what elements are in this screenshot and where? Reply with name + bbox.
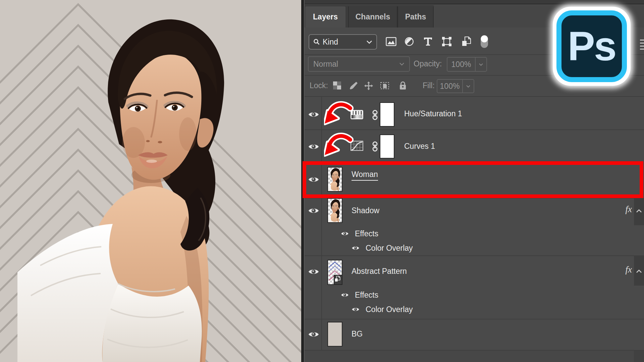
fx-badge[interactable]: fx (626, 264, 632, 275)
tab-channels-label: Channels (356, 12, 390, 21)
opacity-value: 100% (447, 60, 475, 69)
fx-collapse-chevron-icon[interactable] (636, 208, 642, 214)
layer-name[interactable]: Abstract Pattern (352, 267, 407, 276)
mask-link-icon[interactable] (372, 110, 378, 120)
effects-label[interactable]: Effects (355, 291, 378, 300)
lock-pixels-brush-icon[interactable] (349, 81, 358, 90)
effects-eye-icon[interactable] (341, 231, 349, 236)
tab-paths-label: Paths (405, 12, 426, 21)
tab-layers[interactable]: Layers (305, 6, 345, 27)
panel-menu-icon[interactable] (640, 40, 644, 52)
lock-artboard-icon[interactable] (380, 81, 389, 90)
photoshop-logo-inner: Ps (556, 10, 627, 82)
lock-label: Lock: (310, 81, 328, 90)
layer-thumbnail-shadow[interactable] (327, 198, 342, 223)
mask-link-icon[interactable] (372, 141, 378, 152)
smart-object-filter-icon[interactable] (461, 36, 472, 48)
panel-top-strip (305, 0, 644, 4)
fill-value: 100% (437, 82, 462, 91)
tab-layers-label: Layers (313, 12, 338, 21)
layer-row-abstract-pattern[interactable]: Abstract Pattern fx Effects Color Overla… (305, 256, 644, 319)
panel-bottom-area (305, 351, 644, 362)
chevron-down-icon (399, 62, 405, 66)
type-layer-filter-icon[interactable] (422, 36, 434, 48)
layer-name[interactable]: Curves 1 (404, 142, 435, 151)
opacity-label: Opacity: (414, 59, 442, 68)
visibility-eye-icon[interactable] (308, 111, 319, 118)
fx-collapse-chevron-icon[interactable] (636, 268, 642, 275)
adjustment-layer-filter-icon[interactable] (404, 36, 415, 48)
layer-name[interactable]: BG (352, 329, 363, 339)
woman-portrait-image (0, 0, 301, 362)
visibility-eye-icon[interactable] (308, 207, 319, 215)
effect-color-overlay-label[interactable]: Color Overlay (366, 305, 413, 314)
layer-mask-thumbnail[interactable] (380, 134, 394, 159)
layer-thumbnail-abstract-pattern[interactable] (327, 260, 342, 285)
effect-color-overlay-label[interactable]: Color Overlay (366, 244, 413, 253)
chevron-down-icon (366, 40, 372, 44)
lock-all-padlock-icon[interactable] (398, 81, 408, 90)
layer-row-bg[interactable]: BG (305, 319, 644, 350)
photoshop-logo: Ps (553, 7, 631, 86)
screenshot-root: Layers Channels Paths Kind (0, 0, 644, 362)
blend-mode-select[interactable]: Normal (308, 56, 410, 72)
effects-eye-icon[interactable] (341, 292, 349, 298)
smart-object-badge-icon (334, 275, 342, 285)
lock-position-icon[interactable] (364, 81, 373, 90)
canvas-photo (0, 0, 301, 362)
layer-name[interactable]: Shadow (352, 206, 379, 215)
red-annotation-arrow (324, 101, 354, 126)
panel-scroll-edge (634, 351, 644, 362)
filter-kind-dropdown[interactable]: Kind (309, 34, 377, 50)
effect-eye-icon[interactable] (352, 245, 360, 251)
opacity-input[interactable]: 100% (447, 57, 487, 72)
tab-paths[interactable]: Paths (397, 6, 434, 27)
chevron-down-icon (466, 85, 471, 88)
layer-row-curves[interactable]: Curves 1 (305, 130, 644, 161)
layer-row-shadow[interactable]: Shadow fx Effects Color Overlay (305, 198, 644, 256)
visibility-eye-icon[interactable] (308, 330, 319, 338)
layer-row-hue-saturation[interactable]: Hue/Saturation 1 (305, 97, 644, 130)
red-annotation-arrow (324, 132, 354, 158)
layer-name[interactable]: Hue/Saturation 1 (404, 109, 462, 118)
blend-mode-value: Normal (313, 60, 338, 69)
visibility-eye-icon[interactable] (308, 143, 319, 150)
fill-input[interactable]: 100% (437, 79, 474, 93)
effect-eye-icon[interactable] (352, 307, 360, 312)
fx-badge[interactable]: fx (626, 204, 632, 215)
lock-transparency-icon[interactable] (333, 81, 342, 90)
red-highlight-rectangle (303, 161, 643, 198)
tab-channels[interactable]: Channels (348, 6, 397, 27)
filter-toggle-icon[interactable] (479, 36, 490, 48)
visibility-eye-icon[interactable] (308, 268, 319, 276)
fill-label: Fill: (423, 81, 435, 90)
photoshop-logo-text: Ps (568, 26, 615, 67)
pixel-layer-filter-icon[interactable] (385, 36, 397, 48)
filter-kind-label: Kind (323, 38, 338, 47)
shape-layer-filter-icon[interactable] (441, 36, 452, 48)
layer-mask-thumbnail[interactable] (380, 102, 394, 127)
effects-label[interactable]: Effects (355, 229, 378, 238)
chevron-down-icon (479, 63, 483, 66)
search-icon (313, 39, 320, 45)
layer-thumbnail-bg[interactable] (327, 322, 342, 347)
